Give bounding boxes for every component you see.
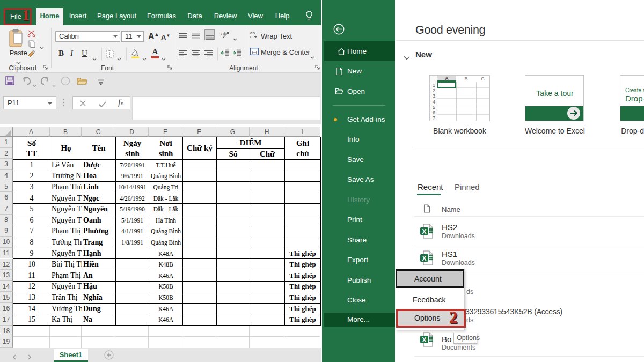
svg-text:ab: ab — [221, 31, 226, 36]
svg-text:X: X — [422, 336, 426, 344]
svg-text:c: c — [250, 34, 252, 39]
svg-text:X: X — [422, 228, 426, 235]
svg-text:X: X — [422, 255, 426, 262]
